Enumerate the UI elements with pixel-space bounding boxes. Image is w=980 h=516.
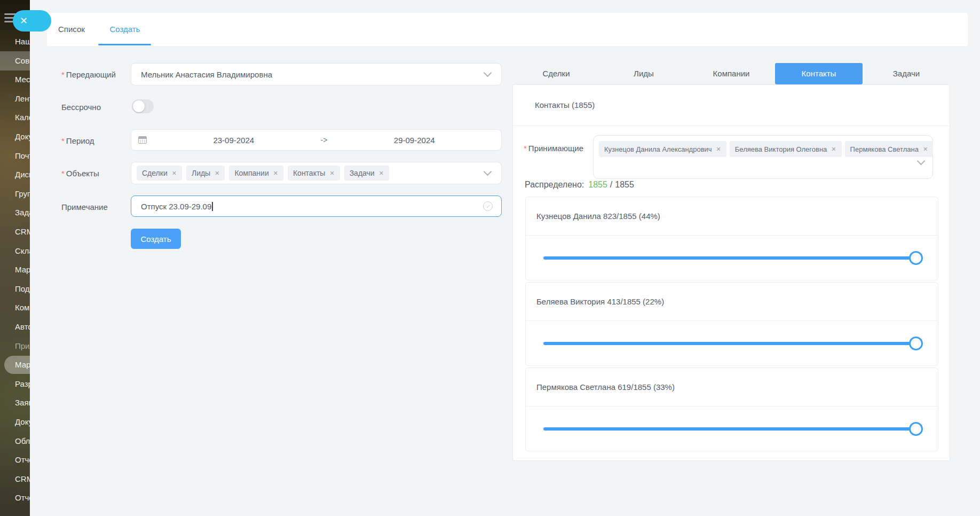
entity-tab-deals[interactable]: Сделки (512, 63, 600, 84)
sidebar-item[interactable]: Груп (15, 189, 30, 199)
required-mark: * (524, 144, 527, 153)
assignee-card: Кузнецов Данила 823/1855 (44%) (525, 197, 938, 280)
required-mark: * (61, 169, 65, 178)
sidebar-item[interactable]: Месс (15, 74, 30, 85)
tag-remove-icon[interactable]: ✕ (923, 146, 928, 153)
slider-track[interactable] (543, 342, 919, 345)
sidebar-item[interactable]: Подп (15, 284, 30, 294)
receivers-label: *Принимающие (524, 144, 583, 153)
slider-handle[interactable] (909, 337, 923, 350)
entity-tab-companies[interactable]: Компании (687, 63, 775, 84)
entity-tab-leads[interactable]: Лиды (600, 63, 687, 84)
assignee-slider (526, 321, 938, 366)
slider-panel: Список Создать *Передающий Мельник Анаст… (30, 0, 980, 516)
note-label: Примечание (61, 202, 128, 212)
sidebar-item[interactable]: Зада (15, 207, 30, 218)
contacts-distribution-card: Контакты (1855) *Принимающие Кузнецов Да… (512, 84, 950, 461)
sidebar-item[interactable]: Доку (15, 417, 30, 427)
tag-receiver: Пермякова Светлана✕ (845, 141, 934, 157)
sidebar-item[interactable]: CRM (15, 474, 30, 484)
note-value: Отпуск 23.09-29.09 (131, 202, 211, 211)
sidebar-item[interactable]: Заяв (15, 397, 30, 408)
create-button[interactable]: Создать (131, 229, 181, 249)
sidebar-item[interactable]: Мар (15, 264, 30, 275)
slider-handle[interactable] (909, 422, 923, 436)
tag-leads: Лиды✕ (186, 166, 225, 181)
contacts-count-header: Контакты (1855) (513, 85, 950, 126)
sidebar-item[interactable]: Совм (15, 56, 30, 66)
slider-track[interactable] (543, 427, 919, 431)
tab-create[interactable]: Создать (98, 13, 151, 45)
note-input[interactable]: Отпуск 23.09-29.09 ✓ (131, 196, 502, 217)
tag-remove-icon[interactable]: ✕ (273, 170, 278, 177)
period-from-date[interactable]: 23-09-2024 (147, 136, 321, 145)
period-label: *Период (61, 136, 128, 145)
sidebar-item[interactable]: Диск (15, 169, 30, 180)
tag-remove-icon[interactable]: ✕ (329, 170, 334, 177)
sidebar-item[interactable]: Авто (15, 322, 30, 332)
slider-handle[interactable] (909, 251, 923, 265)
text-caret (212, 202, 213, 211)
sidebar-item[interactable]: Обла (15, 436, 30, 447)
tag-receiver: Кузнецов Данила Александрович✕ (599, 141, 726, 157)
tab-list[interactable]: Список (47, 13, 96, 45)
tag-contacts: Контакты✕ (288, 166, 340, 181)
distributed-label: Распределено: (525, 180, 584, 189)
close-icon: ✕ (20, 16, 28, 26)
assignee-card: Пермякова Светлана 619/1855 (33%) (525, 368, 938, 451)
entity-tab-tasks[interactable]: Задачи (863, 63, 950, 84)
check-circle-icon: ✓ (483, 201, 493, 211)
app-sidebar: Наш Совм Месс Лент Кале Доку Почт Диск Г… (0, 0, 30, 516)
sidebar-item[interactable]: Лент (15, 93, 30, 104)
distributed-total: 1855 (615, 180, 634, 189)
sidebar-item[interactable]: Наш (15, 36, 30, 47)
main-tabbar: Список Создать (47, 13, 968, 47)
tag-deals: Сделки✕ (137, 166, 182, 181)
tag-receiver: Беляева Виктория Олеговна✕ (730, 141, 842, 157)
receivers-select[interactable]: Кузнецов Данила Александрович✕ Беляева В… (593, 135, 933, 179)
transferor-select[interactable]: Мельник Анастасия Владимировна (131, 63, 502, 85)
objects-label: *Объекты (61, 169, 128, 178)
receivers-tags: Кузнецов Данила Александрович✕ Беляева В… (594, 136, 932, 157)
transferor-label: *Передающий (61, 70, 128, 79)
tag-remove-icon[interactable]: ✕ (172, 170, 177, 177)
sidebar-item[interactable]: Скла (15, 246, 30, 256)
period-arrow: -> (321, 136, 328, 144)
chevron-down-icon (484, 168, 492, 176)
assignee-slider (526, 236, 938, 280)
tag-tasks: Задачи✕ (344, 166, 389, 181)
period-range-field[interactable]: 23-09-2024 -> 29-09-2024 (131, 129, 502, 151)
required-mark: * (61, 70, 65, 79)
close-slider-button[interactable]: ✕ (13, 10, 51, 32)
indefinite-label: Бессрочно (61, 103, 128, 112)
tag-remove-icon[interactable]: ✕ (716, 146, 721, 153)
sidebar-item[interactable]: Комп (15, 302, 30, 313)
distribution-panel: Сделки Лиды Компании Контакты Задачи Кон… (512, 63, 950, 461)
entity-tab-contacts[interactable]: Контакты (775, 63, 863, 84)
slider-track[interactable] (543, 256, 919, 260)
tag-remove-icon[interactable]: ✕ (831, 146, 836, 153)
assignee-slider (526, 406, 938, 451)
tag-remove-icon[interactable]: ✕ (379, 170, 384, 177)
assignee-card: Беляева Виктория 413/1855 (22%) (525, 282, 938, 366)
sidebar-item[interactable]: Отчё (15, 492, 30, 503)
objects-select[interactable]: Сделки✕ Лиды✕ Компании✕ Контакты✕ Задачи… (131, 162, 502, 184)
required-mark: * (61, 136, 65, 145)
tag-remove-icon[interactable]: ✕ (215, 170, 219, 177)
sidebar-item[interactable]: Почт (15, 151, 30, 161)
indefinite-toggle[interactable] (132, 99, 154, 113)
sidebar-item-selected[interactable]: Мар (15, 359, 30, 370)
sidebar-item[interactable]: Кале (15, 112, 30, 123)
sidebar-item[interactable]: CRM (15, 226, 30, 237)
sidebar-item[interactable]: Доку (15, 131, 30, 142)
sidebar-item[interactable]: Отче (15, 455, 30, 465)
sidebar-item[interactable]: Прил (15, 341, 30, 351)
assignee-title: Кузнецов Данила 823/1855 (44%) (526, 197, 938, 236)
transferor-value: Мельник Анастасия Владимировна (131, 70, 485, 79)
distributed-allocated: 1855 (588, 180, 607, 189)
chevron-down-icon (917, 157, 926, 166)
sidebar-item[interactable]: Разр (15, 379, 30, 389)
period-to-date[interactable]: 29-09-2024 (327, 136, 501, 145)
objects-tags: Сделки✕ Лиды✕ Компании✕ Контакты✕ Задачи… (131, 166, 485, 181)
calendar-icon (138, 136, 147, 144)
